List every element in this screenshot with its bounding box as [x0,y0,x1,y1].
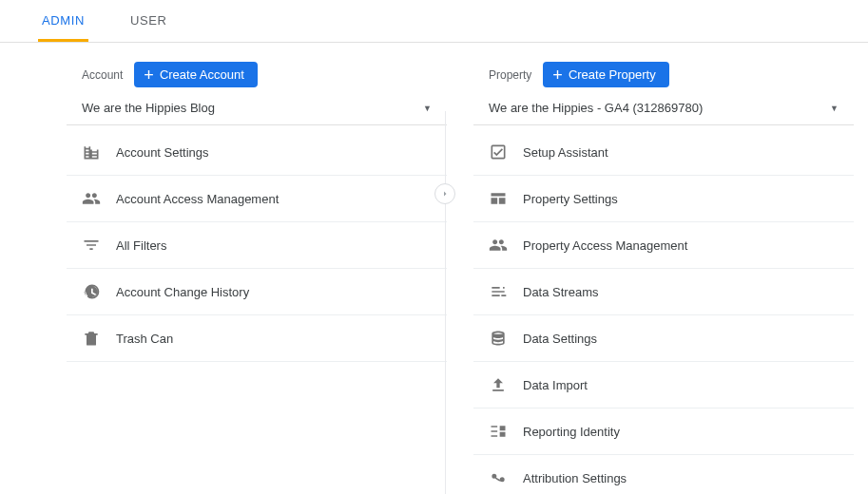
property-label: Property [489,68,531,82]
property-selector[interactable]: We are the Hippies - GA4 (312869780) ▼ [473,93,854,125]
property-item-0[interactable]: Setup Assistant [473,129,854,176]
layout-icon [489,189,508,208]
account-item-2[interactable]: All Filters [67,222,447,269]
account-menu: Account SettingsAccount Access Managemen… [67,129,447,362]
property-column-header: Property + Create Property [473,62,854,87]
property-item-3[interactable]: Data Streams [473,269,854,315]
column-divider [445,111,446,494]
property-item-7[interactable]: Attribution Settings [473,455,854,494]
upload-icon [489,375,508,394]
property-item-1[interactable]: Property Settings [473,176,854,222]
account-column: Account + Create Account We are the Hipp… [67,62,447,494]
account-item-3[interactable]: Account Change History [67,269,447,315]
property-item-label: Data Import [523,378,588,392]
property-item-label: Reporting Identity [523,425,620,439]
property-item-4[interactable]: Data Settings [473,315,854,362]
filter-icon [82,236,101,255]
property-item-label: Attribution Settings [523,471,627,485]
account-item-label: All Filters [116,238,166,253]
account-column-header: Account + Create Account [67,62,447,87]
identity-icon [489,422,508,441]
account-item-label: Account Settings [116,145,209,160]
checkbox-icon [489,142,508,162]
chevron-down-icon: ▼ [423,104,432,113]
attribution-icon [489,468,508,487]
property-item-label: Data Settings [523,332,597,346]
building-icon [82,142,101,162]
database-icon [489,329,508,348]
account-item-4[interactable]: Trash Can [67,315,447,362]
create-account-button[interactable]: + Create Account [134,62,257,87]
create-property-button[interactable]: + Create Property [543,62,668,87]
streams-icon [489,282,508,301]
property-selected-value: We are the Hippies - GA4 (312869780) [489,101,703,115]
tab-user[interactable]: USER [126,0,171,42]
property-menu: Setup AssistantProperty SettingsProperty… [473,129,854,494]
account-item-label: Account Change History [116,285,249,299]
property-item-2[interactable]: Property Access Management [473,222,854,269]
account-item-label: Trash Can [116,332,173,346]
create-account-label: Create Account [160,67,244,82]
people-icon [489,236,508,255]
admin-columns: Account + Create Account We are the Hipp… [0,43,868,494]
account-item-0[interactable]: Account Settings [67,129,447,176]
plus-icon: + [144,68,154,82]
collapse-column-button[interactable] [434,183,455,204]
property-item-5[interactable]: Data Import [473,362,854,408]
property-item-6[interactable]: Reporting Identity [473,408,854,455]
chevron-down-icon: ▼ [830,104,839,113]
arrow-right-icon [439,188,451,200]
people-icon [82,189,101,208]
property-column: Property + Create Property We are the Hi… [473,62,854,494]
property-item-label: Setup Assistant [523,145,608,160]
account-label: Account [82,68,123,82]
property-item-label: Property Settings [523,192,618,206]
account-item-label: Account Access Management [116,192,279,206]
history-icon [82,282,101,301]
account-item-1[interactable]: Account Access Management [67,176,447,222]
property-item-label: Data Streams [523,285,598,299]
account-selector[interactable]: We are the Hippies Blog ▼ [67,93,447,125]
account-selected-value: We are the Hippies Blog [82,101,215,115]
trash-icon [82,329,101,348]
top-tabs: ADMIN USER [0,0,868,43]
plus-icon: + [552,68,563,82]
property-item-label: Property Access Management [523,238,687,253]
create-property-label: Create Property [569,67,656,82]
tab-admin[interactable]: ADMIN [38,0,88,42]
